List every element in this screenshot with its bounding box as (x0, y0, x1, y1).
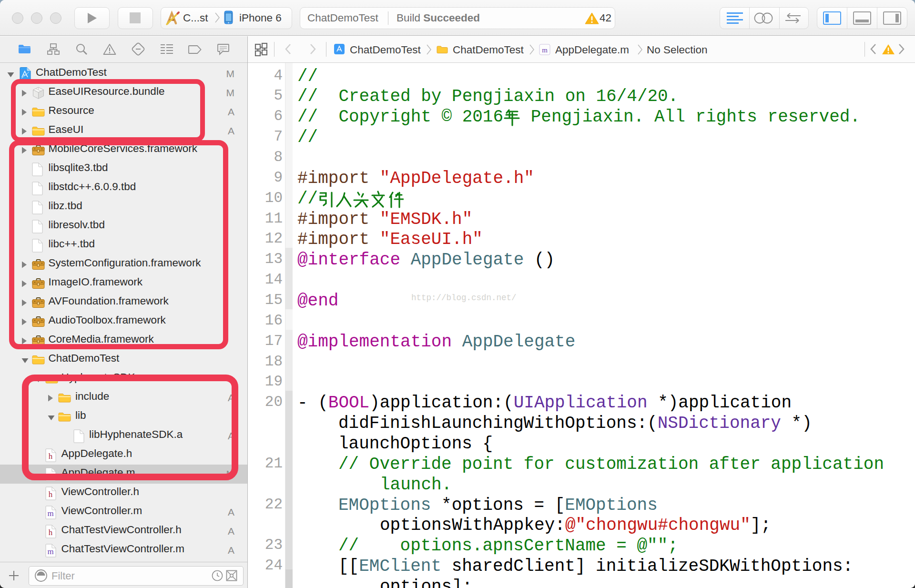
svg-text:h: h (48, 490, 52, 499)
svg-text:m: m (542, 46, 548, 54)
svg-text:m: m (47, 509, 53, 518)
svg-text:m: m (47, 547, 53, 556)
svg-text:h: h (48, 528, 52, 537)
